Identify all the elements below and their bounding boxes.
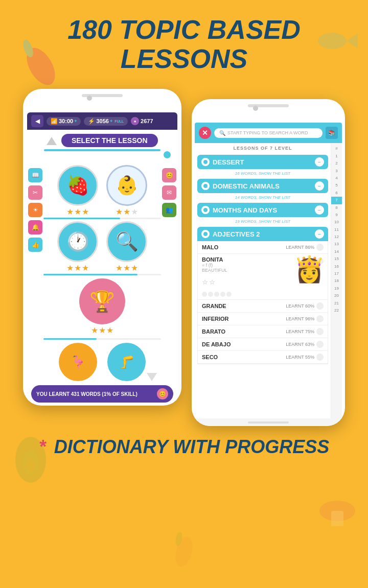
- word-malo[interactable]: MALO LEARNT 86%: [198, 241, 328, 254]
- book-icon[interactable]: 📖: [28, 168, 42, 182]
- svg-point-12: [173, 535, 196, 569]
- lesson-clock[interactable]: 🕐 ★ ★ ★: [57, 221, 98, 273]
- lightning-icon: ⚡: [88, 118, 95, 125]
- footer-text: * DICTIONARY WITH PROGRESS: [10, 436, 358, 458]
- p2-content: LESSONS OF 7 LEVEL DESSERT − 16 WORDS. S…: [195, 143, 342, 418]
- p2-screen: ✕ 🔍 START TYPING TO SEARCH A WORD 📚 LESS…: [195, 123, 342, 426]
- progress-dot: [164, 151, 171, 158]
- baby-circle: 👶: [106, 165, 147, 206]
- p2-home-indicator: [248, 421, 289, 424]
- adjectives-section[interactable]: ADJECTIVES 2 −: [197, 227, 328, 241]
- p1-trophy-progress: [43, 338, 161, 340]
- de-abajo-learnt: LEARNT 63%: [286, 341, 324, 348]
- sidebar-hash[interactable]: #: [335, 145, 337, 152]
- sidebar-20[interactable]: 20: [334, 292, 339, 299]
- word-grande[interactable]: GRANDE LEARNT 60%: [198, 300, 328, 313]
- word-barato[interactable]: BARATO LEARNT 75%: [198, 325, 328, 338]
- lesson-dessert[interactable]: DESSERT −: [197, 155, 328, 169]
- people-icon[interactable]: 👥: [162, 203, 176, 217]
- lessons-row-2: 🕐 ★ ★ ★ 🔍 ★ ★ ★: [43, 221, 161, 273]
- sidebar-15[interactable]: 15: [334, 255, 339, 263]
- p2-main-content: LESSONS OF 7 LEVEL DESSERT − 16 WORDS. S…: [195, 143, 331, 418]
- sidebar-21[interactable]: 21: [334, 300, 339, 307]
- word-inferior[interactable]: INFERIOR LEARNT 96%: [198, 313, 328, 325]
- sidebar-11[interactable]: 11: [334, 226, 339, 233]
- thumb-icon[interactable]: 👍: [28, 238, 42, 252]
- sidebar-18[interactable]: 18: [334, 277, 339, 285]
- p1-footer-icon[interactable]: 😊: [157, 388, 168, 399]
- lesson-baby[interactable]: 👶 ★ ★ ★: [106, 165, 147, 217]
- p2-bottom-bar: [195, 418, 342, 426]
- footer: * DICTIONARY WITH PROGRESS: [0, 426, 368, 465]
- bonita-stars: ☆ ☆: [202, 278, 215, 286]
- clock-stars: ★ ★ ★: [66, 263, 89, 273]
- bonita-dots: [202, 292, 232, 297]
- lesson-leg[interactable]: 🦵: [107, 343, 146, 381]
- phones-container: ◀ 📶 30:00 + ⚡ 3056 + FULL ● 2677: [0, 84, 368, 426]
- svg-point-13: [175, 531, 183, 547]
- sidebar-3[interactable]: 3: [335, 168, 337, 175]
- p1-trophy-section: 🏆 ★ ★ ★: [43, 276, 161, 337]
- sidebar-7[interactable]: 7: [331, 197, 342, 204]
- clock-circle: 🕐: [57, 221, 98, 262]
- sun-icon[interactable]: ☀: [28, 203, 42, 217]
- p1-footer: YOU LEARNT 431 WORDS (1% OF SKILL) 😊: [31, 385, 173, 403]
- sidebar-6[interactable]: 6: [335, 190, 337, 197]
- bell-icon[interactable]: 🔔: [28, 220, 42, 234]
- p2-sidebar-numbers: # 1 2 3 4 5 6 7 8 9 10 11 12 13 14 15 16: [331, 143, 342, 418]
- p1-timer-stat: 📶 30:00 +: [47, 117, 81, 126]
- sidebar-8[interactable]: 8: [335, 204, 337, 211]
- bonita-word: BONITA: [202, 256, 227, 263]
- p1-row1-progress: [43, 218, 161, 219]
- lesson-magnifier[interactable]: 🔍 ★ ★ ★: [106, 221, 147, 273]
- p2-close-button[interactable]: ✕: [199, 127, 211, 139]
- sidebar-9[interactable]: 9: [335, 211, 337, 219]
- lesson-flamingo[interactable]: 🦩: [59, 343, 97, 381]
- triangle-up-icon: [47, 137, 57, 145]
- face-icon[interactable]: 😊: [162, 168, 176, 182]
- sidebar-16[interactable]: 16: [334, 263, 339, 270]
- word-de-abajo[interactable]: DE ABAJO LEARNT 63%: [198, 338, 328, 351]
- p1-footer-text: YOU LEARNT 431 WORDS (1% OF SKILL): [36, 391, 137, 397]
- sidebar-17[interactable]: 17: [334, 270, 339, 277]
- malo-learnt: LEARNT 86%: [286, 244, 324, 251]
- svg-point-10: [319, 501, 355, 521]
- phone-1-camera: [87, 96, 92, 101]
- word-bonita[interactable]: BONITA = f (f) BEAUTIFUL ☆ ☆: [198, 254, 328, 300]
- p1-statusbar: ◀ 📶 30:00 + ⚡ 3056 + FULL ● 2677: [27, 112, 177, 130]
- word-seco[interactable]: SECO LEARNT 55%: [198, 351, 328, 364]
- scissors-icon[interactable]: ✂: [28, 185, 42, 200]
- p1-sidebar-left: 📖 ✂ ☀ 🔔 👍: [28, 163, 42, 252]
- header: 180 TOPIC BASED LESSONS: [0, 0, 368, 84]
- mail-icon[interactable]: ✉: [162, 185, 176, 200]
- p2-level-label: LESSONS OF 7 LEVEL: [195, 143, 331, 153]
- sidebar-5[interactable]: 5: [335, 182, 337, 189]
- lesson-months-days[interactable]: MONTHS AND DAYS −: [197, 203, 328, 217]
- seco-learnt: LEARNT 55%: [286, 354, 324, 361]
- sidebar-12[interactable]: 12: [334, 233, 339, 241]
- p1-back-button[interactable]: ◀: [31, 115, 43, 127]
- sidebar-10[interactable]: 10: [334, 219, 339, 226]
- sidebar-13[interactable]: 13: [334, 241, 339, 248]
- sidebar-14[interactable]: 14: [334, 248, 339, 255]
- dessert-dot: [201, 158, 210, 166]
- lesson-strawberry[interactable]: 🍓 ★ ★ ★: [57, 165, 98, 217]
- coin-icon: ●: [131, 117, 139, 125]
- lesson-domestic-animals[interactable]: DOMESTIC ANIMALS −: [197, 179, 328, 193]
- p2-book-button[interactable]: 📚: [326, 127, 338, 139]
- p1-title-bar: SELECT THE LESSON: [27, 130, 177, 163]
- trophy-circle[interactable]: 🏆: [79, 278, 125, 324]
- p1-lesson-title: SELECT THE LESSON: [61, 134, 158, 147]
- p2-search-input[interactable]: 🔍 START TYPING TO SEARCH A WORD: [214, 128, 323, 138]
- sidebar-1[interactable]: 1: [335, 153, 337, 160]
- sidebar-2[interactable]: 2: [335, 160, 337, 167]
- flamingo-circle: 🦩: [59, 343, 97, 381]
- p1-row2-progress: [43, 274, 161, 275]
- sidebar-4[interactable]: 4: [335, 175, 337, 182]
- sidebar-22[interactable]: 22: [334, 307, 339, 314]
- triangle-down-icon: [147, 373, 157, 381]
- sidebar-19[interactable]: 19: [334, 285, 339, 292]
- phone-1: ◀ 📶 30:00 + ⚡ 3056 + FULL ● 2677: [23, 89, 181, 406]
- domestic-dot: [201, 182, 210, 190]
- months-arrow: −: [315, 205, 324, 215]
